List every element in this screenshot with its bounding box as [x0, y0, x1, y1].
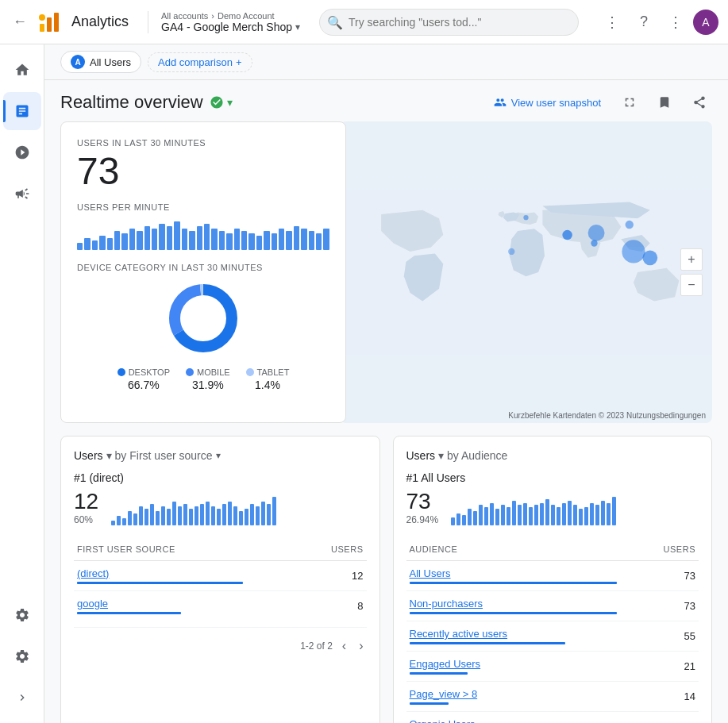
mini-chart-bar [228, 502, 232, 525]
content-area: USERS IN LAST 30 MINUTES 73 USERS PER MI… [44, 121, 728, 723]
bar [129, 229, 135, 250]
avatar[interactable]: A [693, 10, 718, 35]
table-row[interactable]: Organic Users 7 [406, 712, 699, 724]
svg-point-17 [508, 248, 514, 255]
sidebar-item-reports[interactable] [3, 92, 41, 130]
mini-chart-bar [523, 503, 527, 525]
mini-chart-bar [557, 507, 560, 525]
mini-chart-bar [462, 515, 466, 525]
svg-point-12 [591, 240, 597, 246]
mini-chart-bar [468, 509, 472, 525]
audience-dropdown-icon[interactable]: ▾ [438, 449, 444, 462]
mini-chart-bar [245, 509, 248, 525]
share-button[interactable] [687, 90, 712, 115]
bar [301, 229, 306, 250]
first-source-top-pct: 60% [74, 514, 98, 525]
first-user-source-card: Users ▾ by First user source ▾ #1 (direc… [60, 436, 380, 723]
device-legend: DESKTOP 66.7% MOBILE 31.9% TABLET 1.4% [77, 367, 329, 391]
svg-rect-2 [54, 13, 59, 32]
mini-chart-bar [456, 513, 460, 525]
mini-chart-bar [545, 499, 549, 525]
view-snapshot-button[interactable]: View user snapshot [487, 91, 607, 113]
audience-by: by Audience [447, 449, 507, 462]
first-source-dropdown-icon[interactable]: ▾ [106, 449, 112, 462]
mini-chart-bar [128, 511, 132, 525]
mini-chart-bar [167, 509, 171, 525]
grid-icon-button[interactable]: ⋮ [598, 8, 626, 37]
bookmark-icon [657, 95, 672, 110]
first-source-next-btn[interactable]: › [356, 637, 366, 655]
svg-point-14 [642, 250, 657, 265]
stats-card: USERS IN LAST 30 MINUTES 73 USERS PER MI… [60, 121, 346, 423]
back-button[interactable]: ← [10, 10, 30, 33]
all-users-segment-chip[interactable]: A All Users [60, 51, 141, 73]
property-selector[interactable]: GA4 - Google Merch Shop ▾ [161, 21, 300, 33]
source-name-cell: google [74, 591, 288, 621]
mini-chart-bar [178, 506, 182, 525]
table-row[interactable]: (direct) 12 [74, 561, 367, 591]
logo [37, 10, 62, 35]
mini-chart-bar [551, 505, 555, 525]
mini-chart-bar [117, 516, 121, 525]
audience-table: AUDIENCE USERS All Users 73 Non-purchase… [406, 538, 699, 723]
mini-chart-bar [206, 502, 210, 525]
mini-chart-bar [540, 503, 544, 525]
sidebar-item-advertising[interactable] [3, 175, 41, 213]
sidebar-item-home[interactable] [3, 51, 41, 89]
audience-value-cell: 21 [620, 652, 699, 682]
mini-chart-bar [507, 507, 510, 525]
more-options-button[interactable]: ⋮ [661, 8, 690, 37]
mini-chart-bar [579, 509, 583, 525]
configure-icon [14, 607, 30, 623]
users-per-minute-chart [77, 218, 329, 250]
first-source-by-dropdown[interactable]: ▾ [216, 450, 221, 461]
bar [121, 233, 127, 250]
mini-chart-bar [601, 501, 605, 525]
fullscreen-button[interactable] [617, 90, 642, 115]
nav-actions: ⋮ ? ⋮ A [598, 8, 718, 37]
expand-sidebar-button[interactable] [3, 679, 41, 717]
bar [92, 240, 98, 250]
status-indicator[interactable]: ▾ [210, 95, 233, 110]
audience-name-cell: Non-purchasers [406, 591, 620, 621]
add-comparison-button[interactable]: Add comparison + [148, 52, 252, 72]
help-icon-button[interactable]: ? [630, 8, 658, 37]
mini-chart-bar [122, 518, 126, 525]
bookmark-button[interactable] [652, 90, 677, 115]
bar [189, 231, 195, 250]
table-row[interactable]: google 8 [74, 591, 367, 621]
source-value-cell: 8 [288, 591, 367, 621]
bar [114, 231, 120, 250]
mini-chart-bar [217, 509, 221, 525]
account-selector[interactable]: All accounts › Demo Account GA4 - Google… [148, 11, 300, 33]
mini-chart-bar [156, 511, 160, 525]
top-navigation: ← Analytics All accounts › Demo Account … [0, 0, 728, 44]
first-source-pagination: 1-2 of 2 ‹ › [74, 627, 367, 655]
table-row[interactable]: Page_view > 8 14 [406, 682, 699, 712]
settings-icon [14, 648, 30, 664]
bar [286, 231, 291, 250]
table-row[interactable]: Recently active users 55 [406, 621, 699, 652]
bar [234, 229, 240, 250]
search-input[interactable] [319, 9, 579, 36]
zoom-out-button[interactable]: − [680, 274, 703, 296]
table-row[interactable]: All Users 73 [406, 561, 699, 591]
table-row[interactable]: Non-purchasers 73 [406, 591, 699, 621]
mini-chart-bar [595, 505, 599, 525]
analytics-logo-icon [37, 10, 62, 35]
sidebar-item-configure[interactable] [3, 596, 41, 634]
svg-point-16 [523, 215, 528, 220]
sidebar-item-explore[interactable] [3, 133, 41, 171]
sidebar [0, 44, 44, 723]
table-row[interactable]: Engaged Users 21 [406, 652, 699, 682]
search-icon: 🔍 [327, 14, 343, 29]
app-body: A All Users Add comparison + Realtime ov… [0, 44, 728, 723]
zoom-in-button[interactable]: + [680, 248, 703, 271]
bar [219, 231, 225, 250]
first-source-prev-btn[interactable]: ‹ [339, 637, 349, 655]
mini-chart-bar [479, 505, 483, 525]
sidebar-item-settings[interactable] [3, 637, 41, 675]
mini-chart-bar [501, 505, 505, 525]
page-header: Realtime overview ▾ View user snapshot [44, 80, 728, 121]
first-source-top-row: 12 60% [74, 489, 367, 525]
